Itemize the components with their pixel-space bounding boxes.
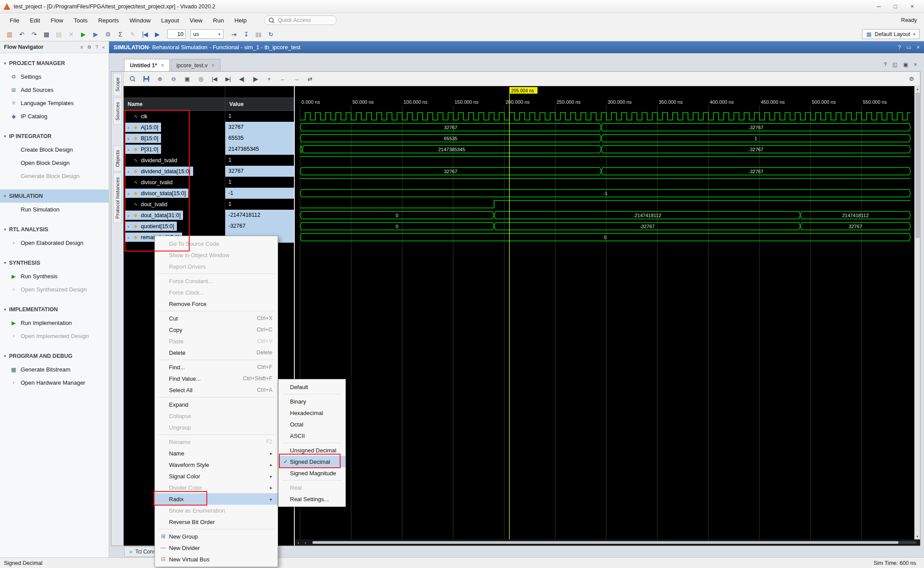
float-icon[interactable]: ▭ bbox=[906, 44, 911, 51]
menu-item-expand[interactable]: Expand bbox=[155, 399, 278, 410]
menu-help[interactable]: Help bbox=[229, 15, 252, 26]
nav-item-open-hardware-manager[interactable]: ›Open Hardware Manager bbox=[0, 376, 109, 389]
menu-item-reverse-bit-order[interactable]: Reverse Bit Order bbox=[155, 516, 278, 528]
nav-item-ip-catalog[interactable]: ◆IP Catalog bbox=[0, 109, 109, 123]
wave-b-15-0[interactable]: 655351 bbox=[300, 135, 910, 142]
wave-cursor[interactable]: 205.004 ns bbox=[510, 87, 538, 540]
menu-item-binary[interactable]: Binary bbox=[279, 396, 345, 407]
wave-settings-button[interactable]: ⚙ bbox=[906, 73, 917, 84]
wave-dout-tvalid[interactable] bbox=[300, 200, 910, 208]
menu-item-find-value[interactable]: Find Value...Ctrl+Shift+F bbox=[155, 373, 278, 384]
zoom-in-button[interactable]: ⊕ bbox=[154, 73, 165, 84]
wave-remainder-15-0[interactable]: 0 bbox=[300, 233, 910, 241]
signal-row-dout-tdata-31-0[interactable]: ›◆dout_tdata[31:0] bbox=[124, 210, 225, 221]
menu-item-signed-decimal[interactable]: ✓Signed Decimal bbox=[279, 456, 345, 467]
menu-item-hexadecimal[interactable]: Hexadecimal bbox=[279, 407, 345, 419]
nav-section-program-and-debug[interactable]: ▾PROGRAM AND DEBUG bbox=[0, 350, 109, 363]
open-recent-button[interactable]: ▥ bbox=[4, 29, 15, 40]
wave-divisor-tdata-15-0[interactable]: -1 bbox=[300, 189, 910, 197]
wave-p-31-0[interactable]: 2147385345-32767 bbox=[300, 146, 910, 153]
scroll-up-icon[interactable]: ▲ bbox=[915, 86, 920, 92]
signal-row-dout-tvalid[interactable]: ∿dout_tvalid bbox=[124, 199, 225, 210]
menu-item-signal-color[interactable]: Signal Color▸ bbox=[155, 470, 278, 482]
collapse-left-icon[interactable]: ‹ bbox=[302, 539, 309, 546]
nav-item-run-simulation[interactable]: Run Simulation bbox=[0, 203, 109, 216]
next-transition-button[interactable]: |▶ bbox=[249, 73, 261, 84]
nav-section-rtl-analysis[interactable]: ▾RTL ANALYSIS bbox=[0, 223, 109, 236]
next-marker-button[interactable]: → bbox=[290, 73, 302, 84]
menu-item-signed-magnitude[interactable]: Signed Magnitude bbox=[279, 467, 345, 479]
menu-edit[interactable]: Edit bbox=[25, 15, 45, 26]
maximize-button[interactable]: □ bbox=[887, 1, 904, 12]
menu-layout[interactable]: Layout bbox=[156, 15, 184, 26]
signal-row-divisor-tvalid[interactable]: ∿divisor_tvalid bbox=[124, 177, 225, 188]
nav-item-open-synthesized-design[interactable]: ›Open Synthesized Design bbox=[0, 283, 109, 296]
nav-item-settings[interactable]: ⚙Settings bbox=[0, 70, 109, 83]
nav-item-generate-bitstream[interactable]: ▦Generate Bitstream bbox=[0, 363, 109, 376]
nav-item-open-elaborated-design[interactable]: ›Open Elaborated Design bbox=[0, 236, 109, 249]
nav-item-run-synthesis[interactable]: ▶Run Synthesis bbox=[0, 269, 109, 283]
scroll-down-icon[interactable]: ▼ bbox=[915, 534, 920, 539]
menu-file[interactable]: File bbox=[4, 15, 25, 26]
float-icon[interactable]: ◱ bbox=[892, 62, 897, 68]
close-icon[interactable]: × bbox=[212, 62, 215, 69]
help-icon[interactable]: ? bbox=[95, 44, 98, 50]
menu-item-name[interactable]: Name▸ bbox=[155, 448, 278, 459]
run-time-input[interactable] bbox=[167, 29, 186, 39]
vertical-scrollbar[interactable]: ▲ ▼ bbox=[914, 86, 920, 539]
horizontal-scrollbar-track[interactable] bbox=[312, 541, 917, 544]
menu-item-default[interactable]: Default bbox=[279, 381, 345, 393]
find-button[interactable] bbox=[127, 73, 138, 84]
expand-icon[interactable]: › bbox=[126, 147, 131, 152]
menu-item-new-virtual-bus[interactable]: ⊟New Virtual Bus bbox=[155, 553, 278, 565]
expand-icon[interactable]: › bbox=[126, 125, 131, 130]
undo-button[interactable]: ↶ bbox=[16, 29, 27, 40]
signal-row-p-31-0[interactable]: ›◆P[31:0] bbox=[124, 144, 225, 155]
collapse-right-icon[interactable]: › bbox=[295, 539, 302, 546]
save-waveform-button[interactable] bbox=[140, 73, 152, 84]
menu-item-remove-force[interactable]: Remove Force bbox=[155, 298, 278, 309]
menu-item-ascii[interactable]: ASCII bbox=[279, 430, 345, 441]
side-tab-objects[interactable]: Objects bbox=[113, 146, 122, 171]
previous-marker-button[interactable]: ← bbox=[277, 73, 288, 84]
signal-row-quotient-15-0[interactable]: ›◆quotient[15:0] bbox=[124, 221, 225, 232]
settings-gear-button[interactable]: ⚙ bbox=[102, 29, 114, 40]
close-button[interactable]: × bbox=[904, 1, 920, 12]
go-to-time-0-button[interactable]: |◀ bbox=[209, 73, 220, 84]
previous-transition-button[interactable]: ◀| bbox=[236, 73, 247, 84]
wave-dividend-tdata-15-0[interactable]: 32767-32767 bbox=[300, 167, 910, 175]
nav-item-generate-block-design[interactable]: Generate Block Design bbox=[0, 169, 109, 182]
zoom-to-cursor-button[interactable]: ◎ bbox=[195, 73, 206, 84]
minimize-button[interactable]: ─ bbox=[870, 1, 887, 12]
nav-item-create-block-design[interactable]: Create Block Design bbox=[0, 143, 109, 156]
report-sum-button[interactable]: Σ bbox=[114, 29, 126, 40]
run-all-button[interactable]: ▶ bbox=[151, 29, 163, 40]
run-for-time-button[interactable]: ⇥ bbox=[228, 29, 239, 40]
horizontal-scrollbar[interactable]: › ‹ bbox=[295, 539, 920, 546]
menu-item-unsigned-decimal[interactable]: Unsigned Decimal bbox=[279, 444, 345, 456]
pin-icon[interactable]: ≡ bbox=[80, 44, 83, 50]
nav-section-project-manager[interactable]: ▾PROJECT MANAGER bbox=[0, 57, 109, 70]
close-icon[interactable]: × bbox=[917, 44, 920, 51]
nav-item-add-sources[interactable]: ⊞Add Sources bbox=[0, 83, 109, 96]
wave-dout-tdata-31-0[interactable]: 0-21474181122147418112 bbox=[300, 211, 910, 219]
maximize-icon[interactable]: ▣ bbox=[903, 62, 908, 68]
side-tab-protocol-instances[interactable]: Protocol Instances bbox=[113, 173, 122, 223]
horizontal-scrollbar-thumb[interactable] bbox=[312, 541, 898, 544]
time-unit-select[interactable]: us ▾ bbox=[190, 29, 224, 39]
menu-item-cut[interactable]: CutCtrl+X bbox=[155, 313, 278, 324]
menu-item-select-all[interactable]: Select AllCtrl+A bbox=[155, 384, 278, 396]
nav-section-synthesis[interactable]: ▾SYNTHESIS bbox=[0, 256, 109, 269]
quick-access-search[interactable]: Quick Access bbox=[264, 15, 337, 25]
menu-item-octal[interactable]: Octal bbox=[279, 419, 345, 430]
add-marker-button[interactable]: + bbox=[263, 73, 275, 84]
menu-flow[interactable]: Flow bbox=[45, 15, 69, 26]
signal-row-a-15-0[interactable]: ›◆A[15:0] bbox=[124, 122, 225, 133]
nav-item-language-templates[interactable]: ≡Language Templates bbox=[0, 96, 109, 109]
signal-row-clk[interactable]: ∿clk bbox=[124, 111, 225, 122]
tab-ipcore-test-v[interactable]: ipcore_test.v× bbox=[171, 59, 220, 71]
signal-row-dividend-tvalid[interactable]: ∿dividend_tvalid bbox=[124, 155, 225, 166]
restart-button[interactable]: |◀ bbox=[139, 29, 150, 40]
expand-icon[interactable]: › bbox=[126, 224, 131, 229]
collapse-icon[interactable]: « bbox=[102, 44, 105, 50]
